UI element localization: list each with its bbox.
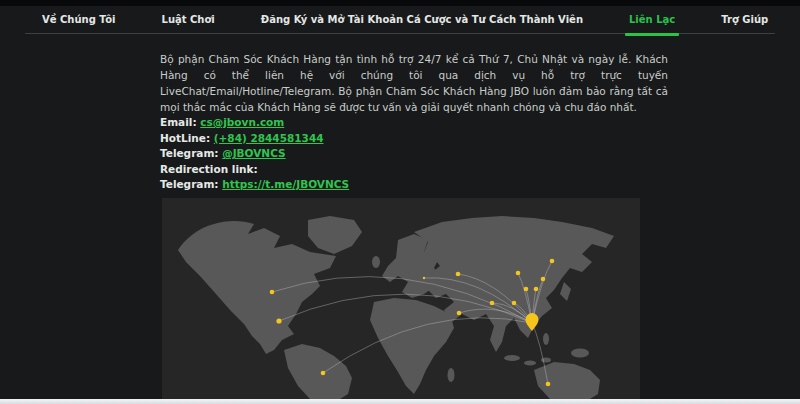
contact-row-1: HotLine: (+84) 2844581344 — [160, 131, 349, 147]
dot-west-russia — [456, 272, 461, 277]
contact-label: Redirection link: — [160, 163, 258, 175]
dot-mongolia — [524, 287, 529, 292]
dot-usa-south — [276, 318, 281, 323]
nav-tab-0[interactable]: Về Chúng Tôi — [38, 6, 120, 34]
continent-shapes — [178, 216, 614, 399]
dot-siberia — [516, 271, 521, 276]
dot-australia — [546, 382, 551, 387]
contact-list: Email: cs@jbovn.comHotLine: (+84) 284458… — [160, 115, 349, 193]
dot-fareast-russia — [541, 277, 546, 282]
contact-label: Telegram: — [160, 147, 222, 159]
nav-tab-3[interactable]: Liên Lạc — [625, 6, 679, 34]
nav-tab-4[interactable]: Trợ Giúp — [717, 6, 772, 34]
contact-label: Telegram: — [160, 178, 222, 190]
dot-central-asia — [490, 301, 495, 306]
contact-row-0: Email: cs@jbovn.com — [160, 115, 349, 131]
contact-label: HotLine: — [160, 132, 214, 144]
nav-tab-2[interactable]: Đăng Ký và Mở Tài Khoản Cá Cược và Tư Cá… — [257, 6, 587, 34]
support-description: Bộ phận Chăm Sóc Khách Hàng tận tình hỗ … — [160, 51, 668, 115]
world-map — [162, 198, 640, 399]
dot-brazil — [321, 371, 326, 376]
next-section-edge — [0, 399, 800, 404]
contact-row-2: Telegram: @JBOVNCS — [160, 146, 349, 162]
top-nav: Về Chúng TôiLuật ChơiĐăng Ký và Mở Tài K… — [25, 6, 775, 34]
dot-canada — [270, 290, 275, 295]
dot-europe — [423, 277, 425, 279]
contact-link[interactable]: (+84) 2844581344 — [214, 132, 324, 144]
dot-ne-china — [534, 287, 539, 292]
dot-west-china — [512, 301, 517, 306]
contact-row-3: Redirection link: — [160, 162, 349, 178]
contact-link[interactable]: @JBOVNCS — [222, 147, 285, 159]
contact-link[interactable]: https://t.me/JBOVNCS — [222, 178, 349, 190]
world-map-graphic — [162, 198, 640, 399]
contact-row-4: Telegram: https://t.me/JBOVNCS — [160, 177, 349, 193]
contact-link[interactable]: cs@jbovn.com — [200, 116, 284, 128]
dot-kamchatka — [550, 259, 555, 264]
dot-middle-east — [457, 311, 462, 316]
contact-label: Email: — [160, 116, 200, 128]
nav-tab-1[interactable]: Luật Chơi — [158, 6, 219, 34]
